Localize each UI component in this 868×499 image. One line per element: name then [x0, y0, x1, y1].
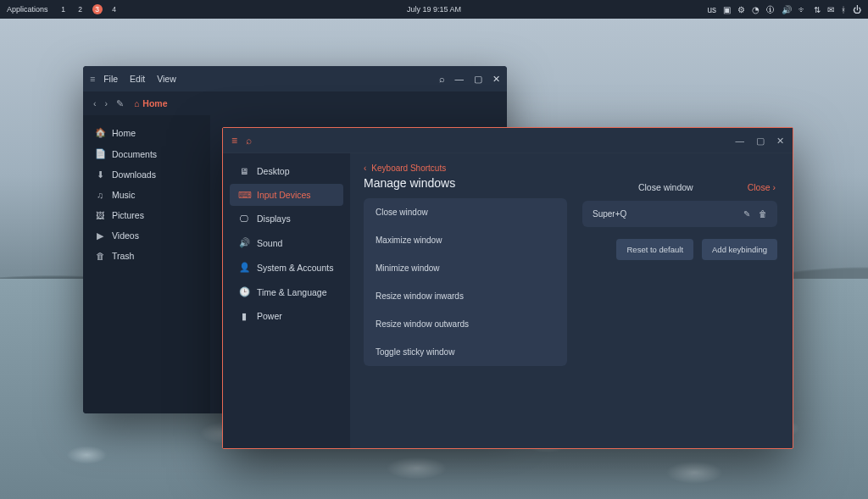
volume-icon[interactable]: 🔊 — [782, 5, 792, 14]
workspace-4[interactable]: 4 — [109, 4, 120, 14]
edit-icon[interactable]: ✎ — [743, 209, 750, 219]
settings-sidebar: 🖥Desktop ⌨Input Devices 🖵Displays 🔊Sound… — [223, 153, 350, 448]
workspace-2[interactable]: 2 — [75, 4, 86, 14]
settings-titlebar[interactable]: ≡ ⌕ — ▢ ✕ — [223, 128, 793, 153]
fm-menu-view[interactable]: View — [157, 74, 176, 84]
breadcrumb-home[interactable]: ⌂ Home — [134, 98, 168, 108]
sidebar-item-label: Music — [112, 190, 135, 200]
bluetooth-icon[interactable]: ᚼ — [841, 5, 846, 14]
sidebar-item-label: Videos — [112, 230, 139, 241]
sidebar-item-desktop[interactable]: 🖥Desktop — [230, 160, 343, 182]
sound-icon: 🔊 — [238, 237, 250, 248]
lock-icon[interactable]: 🛈 — [766, 5, 775, 14]
network-icon[interactable]: ⇅ — [814, 5, 821, 14]
home-icon: ⌂ — [134, 98, 139, 108]
shortcut-toggle-sticky[interactable]: Toggle sticky window — [364, 338, 567, 366]
hamburger-icon[interactable]: ≡ — [231, 135, 237, 147]
keybinding-row[interactable]: Super+Q ✎ 🗑 — [582, 201, 777, 227]
sidebar-item-label: Input Devices — [257, 190, 311, 200]
sidebar-item-home[interactable]: 🏠Home — [83, 122, 210, 143]
power-icon: ▮ — [238, 311, 250, 321]
breadcrumb-label: Keyboard Shortcuts — [371, 164, 446, 173]
maximize-icon[interactable]: ▢ — [756, 136, 765, 146]
reset-to-default-button[interactable]: Reset to default — [616, 239, 693, 260]
desktop-icon: 🖥 — [238, 166, 250, 176]
sidebar-item-displays[interactable]: 🖵Displays — [230, 208, 343, 230]
shortcut-minimize-window[interactable]: Minimize window — [364, 254, 567, 282]
detail-heading: Close window — [638, 182, 693, 192]
pictures-icon: 🖼 — [95, 210, 105, 220]
sidebar-item-downloads[interactable]: ⬇Downloads — [83, 164, 210, 185]
sidebar-item-time-language[interactable]: 🕒Time & Language — [230, 280, 343, 303]
wifi-icon[interactable]: ᯤ — [798, 5, 807, 14]
trash-icon[interactable]: 🗑 — [759, 209, 767, 219]
clock-tray-icon[interactable]: ◔ — [752, 5, 760, 14]
settings-gear-icon[interactable]: ⚙ — [737, 5, 745, 14]
sidebar-item-music[interactable]: ♫Music — [83, 185, 210, 205]
fm-sidebar: 🏠Home 📄Documents ⬇Downloads ♫Music 🖼Pict… — [83, 115, 210, 413]
chat-icon[interactable]: ✉ — [827, 5, 834, 14]
sidebar-item-label: Time & Language — [257, 287, 327, 297]
sidebar-item-label: Power — [257, 311, 282, 321]
sidebar-item-label: Sound — [257, 238, 282, 248]
sidebar-item-label: Trash — [112, 251, 134, 261]
breadcrumb-back[interactable]: ‹ Keyboard Shortcuts — [364, 164, 567, 173]
sidebar-item-trash[interactable]: 🗑Trash — [83, 246, 210, 266]
sidebar-item-system-accounts[interactable]: 👤System & Accounts — [230, 256, 343, 279]
workspace-1[interactable]: 1 — [58, 4, 69, 14]
sidebar-item-label: System & Accounts — [257, 263, 333, 273]
fm-titlebar[interactable]: ≡ File Edit View ⌕ — ▢ ✕ — [83, 66, 507, 91]
clock-icon: 🕒 — [238, 286, 250, 297]
close-label: Close — [748, 182, 771, 192]
sidebar-item-documents[interactable]: 📄Documents — [83, 143, 210, 164]
trash-icon: 🗑 — [95, 251, 105, 261]
sidebar-item-sound[interactable]: 🔊Sound — [230, 231, 343, 254]
workspace-3[interactable]: 3 — [92, 4, 103, 14]
detail-close-button[interactable]: Close › — [748, 182, 776, 192]
nav-back-icon[interactable]: ‹ — [93, 98, 97, 108]
sidebar-item-label: Home — [112, 128, 136, 138]
fm-menu-edit[interactable]: Edit — [130, 74, 145, 84]
keyboard-layout-indicator[interactable]: us — [707, 5, 716, 14]
search-icon[interactable]: ⌕ — [246, 135, 252, 147]
close-icon[interactable]: ✕ — [776, 136, 784, 146]
chevron-left-icon: ‹ — [364, 164, 366, 173]
display-icon[interactable]: ▣ — [723, 5, 731, 14]
chevron-right-icon: › — [772, 182, 776, 192]
fm-menu-file[interactable]: File — [103, 74, 118, 84]
fm-toolbar: ‹ › ✎ ⌂ Home — [83, 91, 507, 115]
applications-menu[interactable]: Applications — [7, 5, 48, 14]
maximize-icon[interactable]: ▢ — [474, 74, 482, 84]
sidebar-item-pictures[interactable]: 🖼Pictures — [83, 205, 210, 225]
sidebar-item-label: Desktop — [257, 166, 290, 176]
user-icon: 👤 — [238, 262, 250, 273]
shortcut-close-window[interactable]: Close window — [364, 198, 567, 226]
keyboard-icon: ⌨ — [238, 190, 250, 200]
minimize-icon[interactable]: — — [455, 74, 465, 84]
settings-window: ≡ ⌕ — ▢ ✕ 🖥Desktop ⌨Input Devices 🖵Displ… — [222, 127, 793, 449]
sidebar-item-power[interactable]: ▮Power — [230, 305, 343, 327]
top-panel: Applications 1 2 3 4 July 19 9:15 AM us … — [0, 0, 868, 19]
home-icon: 🏠 — [95, 127, 105, 138]
panel-clock[interactable]: July 19 9:15 AM — [407, 5, 461, 14]
add-keybinding-button[interactable]: Add keybinding — [702, 239, 777, 260]
breadcrumb-label: Home — [142, 98, 167, 108]
documents-icon: 📄 — [95, 148, 105, 159]
search-icon[interactable]: ⌕ — [439, 74, 445, 84]
fm-menu-icon[interactable]: ≡ — [90, 74, 95, 84]
shortcut-resize-inwards[interactable]: Resize window inwards — [364, 282, 567, 310]
minimize-icon[interactable]: — — [736, 136, 745, 146]
sidebar-item-label: Downloads — [112, 169, 156, 180]
nav-forward-icon[interactable]: › — [105, 98, 108, 108]
edit-path-icon[interactable]: ✎ — [116, 98, 124, 108]
close-icon[interactable]: ✕ — [492, 74, 500, 84]
shortcut-resize-outwards[interactable]: Resize window outwards — [364, 310, 567, 338]
sidebar-item-label: Pictures — [112, 210, 144, 220]
power-icon[interactable]: ⏻ — [853, 5, 861, 14]
sidebar-item-label: Displays — [257, 213, 291, 224]
sidebar-item-videos[interactable]: ▶Videos — [83, 225, 210, 246]
shortcut-maximize-window[interactable]: Maximize window — [364, 226, 567, 254]
downloads-icon: ⬇ — [95, 169, 105, 180]
sidebar-item-input-devices[interactable]: ⌨Input Devices — [230, 184, 343, 206]
workspace-switcher: 1 2 3 4 — [58, 4, 120, 14]
